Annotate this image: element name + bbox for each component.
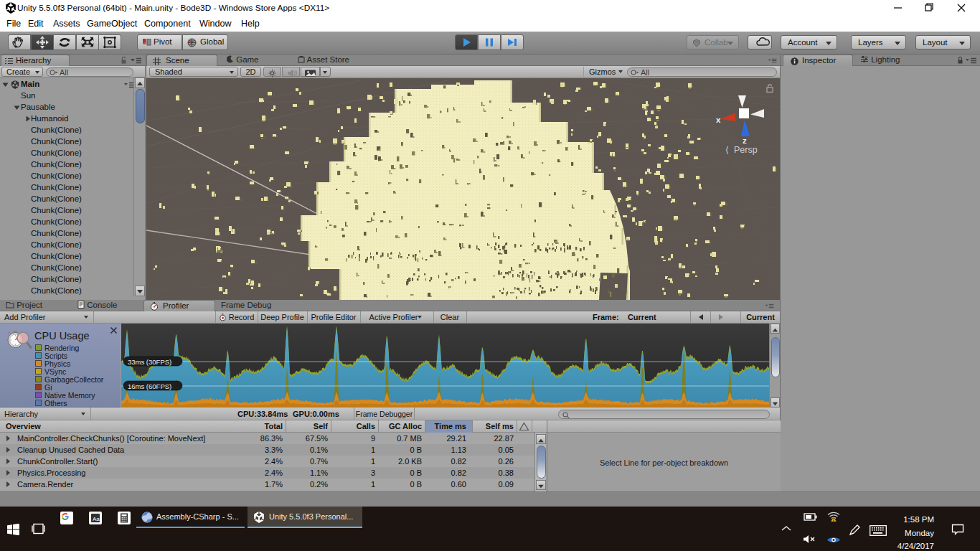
svg-text:⟨: ⟨ bbox=[725, 145, 729, 155]
svg-text:x: x bbox=[716, 116, 721, 124]
svg-text:16ms (60FPS): 16ms (60FPS) bbox=[128, 382, 171, 390]
svg-text:Aa: Aa bbox=[93, 516, 100, 522]
svg-text:33ms (30FPS): 33ms (30FPS) bbox=[128, 358, 171, 366]
svg-text:z: z bbox=[743, 136, 747, 145]
svg-text:Persp: Persp bbox=[734, 145, 758, 155]
